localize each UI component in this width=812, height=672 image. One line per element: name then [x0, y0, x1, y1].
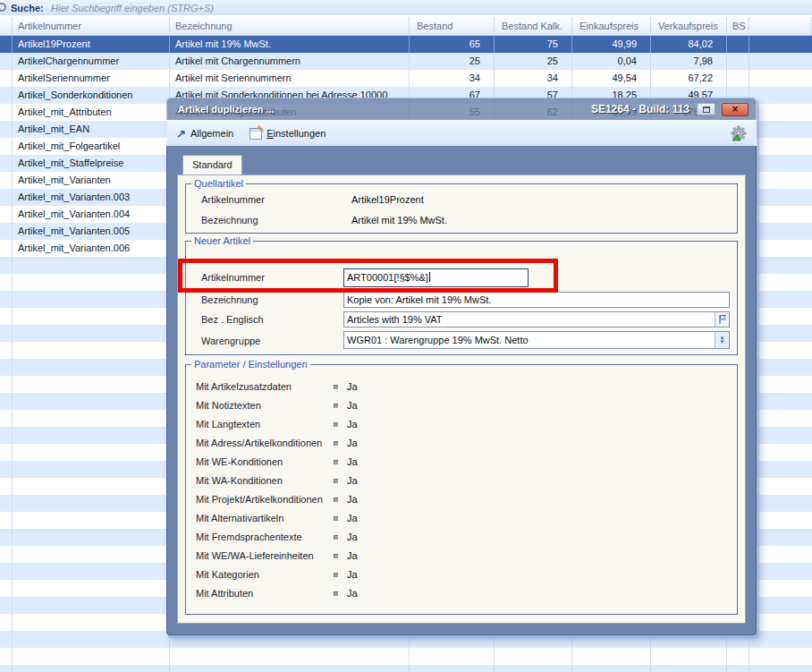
- parameter-item[interactable]: Mit AttributenJa: [186, 584, 737, 603]
- cell-bezeichnung: [170, 648, 410, 665]
- cell-sel: [0, 172, 13, 189]
- cell-artikelnummer: [13, 512, 170, 529]
- parameter-item[interactable]: Mit LangtextenJa: [186, 415, 737, 434]
- arrow-up-right-icon: ↗: [176, 128, 186, 140]
- cell-pad: [749, 104, 812, 121]
- dialog-toolbar: ↗ Allgemein ✎ Einstellungen: [167, 120, 756, 146]
- parameter-value[interactable]: Ja: [347, 528, 358, 547]
- table-row[interactable]: Artikel19ProzentArtikel mit 19% MwSt.657…: [0, 36, 812, 53]
- square-bullet-icon: [334, 479, 338, 483]
- parameter-item[interactable]: Mit WA-KonditionenJa: [186, 472, 737, 490]
- parameter-value[interactable]: Ja: [347, 566, 358, 584]
- parameter-item[interactable]: Mit WE/WA-LiefereinheitenJa: [186, 547, 737, 566]
- artikelnummer-input-value: ART00001[!§$%&]: [347, 272, 428, 283]
- gear-run-icon[interactable]: [731, 125, 747, 141]
- cell-sel: [0, 308, 13, 325]
- column-header-bestand-kalk[interactable]: Bestand Kalk.: [495, 17, 572, 35]
- cell-artikelnummer: Artikel_mit_Varianten.003: [13, 189, 170, 206]
- warengruppe-combo[interactable]: WGR01 : Warengruppe 19% MwSt. Netto ▲ ▼: [343, 331, 730, 349]
- dialog-title: Artikel duplizieren ...: [178, 104, 591, 115]
- parameter-item[interactable]: Mit KategorienJa: [186, 566, 737, 584]
- spinner-down-icon: ▼: [720, 340, 725, 345]
- parameter-value[interactable]: Ja: [347, 490, 358, 509]
- cell-pad: [749, 325, 812, 342]
- cell-pad: [749, 376, 812, 393]
- column-header-verkaufspreis[interactable]: Verkaufspreis: [651, 17, 727, 35]
- group-neuer-artikel-legend: Neuer Artikel: [191, 235, 253, 247]
- translation-flag-button[interactable]: [715, 312, 729, 327]
- dialog-titlebar[interactable]: Artikel duplizieren ... SE1264 - Build: …: [166, 98, 757, 120]
- cell-pad: [749, 495, 812, 512]
- cell-bestand_kalk: 75: [495, 36, 572, 53]
- column-header-artikelnummer[interactable]: Artikelnummer: [13, 17, 170, 35]
- field-label: Bezeichnung: [201, 214, 258, 226]
- cell-sel: [0, 240, 13, 257]
- parameter-value[interactable]: Ja: [347, 584, 358, 603]
- parameter-item[interactable]: Mit FremdsprachentexteJa: [186, 528, 737, 547]
- parameter-value[interactable]: Ja: [347, 396, 358, 415]
- text-cursor: [429, 272, 430, 282]
- column-header-bs[interactable]: BS: [727, 17, 749, 35]
- cell-sel: [0, 529, 13, 546]
- cell-artikelnummer: [13, 393, 170, 410]
- parameter-item[interactable]: Mit AlternativartikelnJa: [186, 509, 737, 528]
- parameter-item[interactable]: Mit NotiztextenJa: [186, 396, 737, 415]
- close-button[interactable]: ×: [722, 103, 749, 116]
- cell-artikelnummer: [13, 291, 170, 308]
- table-row-empty[interactable]: [0, 648, 812, 665]
- tab-standard[interactable]: Standard: [182, 155, 242, 174]
- cell-pad: [749, 342, 812, 359]
- cell-sel: [0, 87, 13, 104]
- cell-pad: [749, 274, 812, 291]
- cell-bestand_kalk: 34: [495, 70, 572, 87]
- cell-sel: [0, 223, 13, 240]
- parameter-value[interactable]: Ja: [347, 509, 358, 528]
- cell-pad: [749, 444, 812, 461]
- parameter-item[interactable]: Mit Projekt/ArtikelkonditionenJa: [186, 490, 737, 509]
- square-bullet-icon: [334, 498, 338, 502]
- parameter-value[interactable]: Ja: [347, 378, 358, 396]
- toolbar-item-label: Allgemein: [190, 128, 233, 139]
- toolbar-item-einstellungen[interactable]: ✎ Einstellungen: [250, 128, 326, 140]
- square-bullet-icon: [334, 422, 338, 427]
- bezeichnung-input[interactable]: Kopie von: Artikel mit 19% MwSt.: [343, 292, 730, 308]
- parameter-value[interactable]: Ja: [347, 472, 358, 490]
- restore-icon: [703, 106, 710, 113]
- search-bar: Suche: Hier Suchbegriff eingeben (STRG+S…: [0, 0, 812, 16]
- restore-button[interactable]: [697, 103, 715, 115]
- cell-sel: [0, 291, 13, 308]
- cell-artikelnummer: [13, 665, 170, 672]
- cell-verkaufspreis: 7,98: [651, 53, 727, 70]
- table-row[interactable]: ArtikelChargennummerArtikel mit Chargenn…: [0, 53, 812, 70]
- column-header-bezeichnung[interactable]: Bezeichnung: [170, 17, 410, 35]
- column-header-einkaufspreis[interactable]: Einkaufspreis: [572, 17, 651, 35]
- parameter-value[interactable]: Ja: [347, 415, 358, 434]
- group-neuer-artikel: Neuer Artikel Artikelnummer ART00001[!§$…: [185, 241, 738, 355]
- warengruppe-spinner[interactable]: ▲ ▼: [715, 332, 729, 348]
- table-row[interactable]: ArtikelSeriennummerArtikel mit Seriennum…: [0, 70, 812, 87]
- parameter-value[interactable]: Ja: [347, 547, 358, 566]
- artikelnummer-input[interactable]: ART00001[!§$%&]: [343, 268, 529, 287]
- parameter-item[interactable]: Mit Adress/ArtikelkonditionenJa: [186, 434, 737, 453]
- search-input[interactable]: Hier Suchbegriff eingeben (STRG+S): [51, 0, 214, 16]
- table-row-empty[interactable]: [0, 665, 812, 672]
- cell-bestand: 65: [410, 36, 495, 53]
- cell-artikelnummer: [13, 427, 170, 444]
- cell-sel: [0, 274, 13, 291]
- cell-pad: [749, 410, 812, 427]
- cell-sel: [0, 461, 13, 478]
- cell-bs: [727, 648, 749, 665]
- window-info: SE1264 - Build: 113: [591, 103, 689, 115]
- parameter-item[interactable]: Mit WE-KonditionenJa: [186, 453, 737, 472]
- parameter-label: Mit Adress/Artikelkonditionen: [196, 434, 322, 453]
- parameter-value[interactable]: Ja: [347, 453, 358, 472]
- parameter-item[interactable]: Mit ArtikelzusatzdatenJa: [186, 378, 737, 396]
- cell-sel: [0, 359, 13, 376]
- toolbar-item-allgemein[interactable]: ↗ Allgemein: [176, 128, 233, 140]
- parameter-value[interactable]: Ja: [347, 434, 358, 453]
- cell-artikelnummer: [13, 631, 170, 648]
- cell-artikelnummer: Artikel_mit_Staffelpreise: [13, 155, 170, 172]
- bez-englisch-input[interactable]: Articles with 19% VAT: [343, 311, 730, 327]
- warengruppe-combo-value: WGR01 : Warengruppe 19% MwSt. Netto: [347, 335, 529, 345]
- column-header-bestand[interactable]: Bestand: [410, 17, 495, 35]
